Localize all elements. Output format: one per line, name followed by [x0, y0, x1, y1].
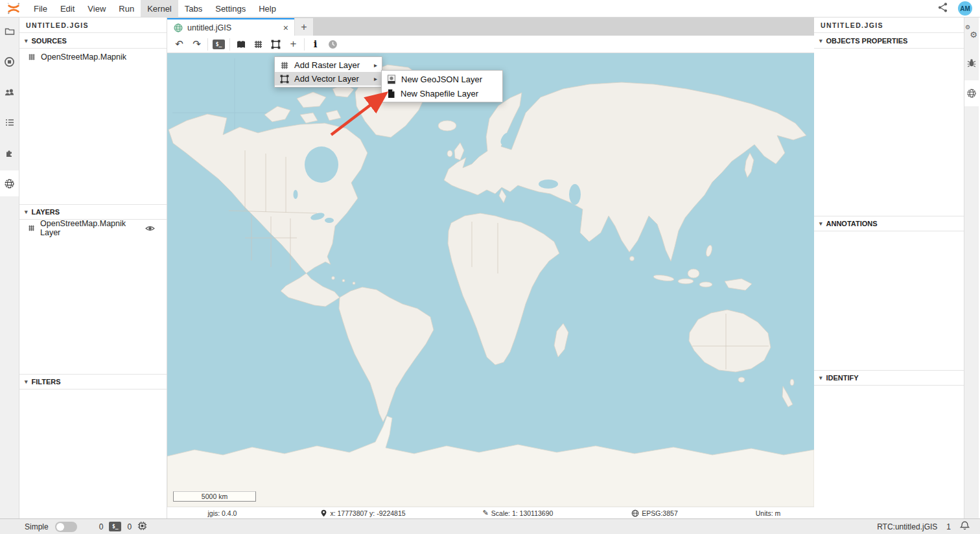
share-icon[interactable] [937, 2, 948, 15]
main-menu: File Edit View Run Kernel Tabs Settings … [27, 0, 283, 17]
add-layer-button[interactable]: + [285, 36, 302, 52]
extensions-puzzle-icon[interactable] [0, 140, 19, 166]
layer-visibility-eye-icon[interactable] [145, 224, 155, 233]
simple-mode-toggle[interactable] [55, 522, 77, 532]
map-units: Units: m [722, 507, 814, 518]
left-activity-bar [0, 17, 19, 518]
console-button[interactable]: $_ [210, 36, 228, 52]
source-item[interactable]: OpenStreetMap.Mapnik [19, 49, 167, 65]
redo-button[interactable]: ↷ [188, 36, 205, 52]
jgis-panel-icon[interactable] [964, 80, 979, 106]
menu-tabs[interactable]: Tabs [178, 0, 209, 17]
identify-section-header[interactable]: ▾ IDENTIFY [814, 370, 964, 386]
map-canvas[interactable]: 5000 km [167, 53, 814, 507]
layer-item[interactable]: OpenStreetMap.Mapnik Layer [19, 220, 167, 237]
map-projection[interactable]: EPSG:3857 [587, 507, 722, 518]
notification-count: 1 [946, 522, 951, 531]
menu-help[interactable]: Help [252, 0, 283, 17]
menu-run[interactable]: Run [112, 0, 141, 17]
location-pin-icon [320, 509, 327, 517]
terminal-icon[interactable]: $_ [109, 522, 121, 531]
sources-list: OpenStreetMap.Mapnik [19, 49, 167, 204]
layers-label: LAYERS [32, 208, 60, 216]
filters-body [19, 389, 167, 518]
book-icon [236, 40, 246, 49]
identify-info-button[interactable]: i [307, 36, 324, 52]
caret-down-icon: ▾ [819, 375, 822, 381]
menubar: File Edit View Run Kernel Tabs Settings … [0, 0, 980, 17]
temporal-controller-button[interactable] [324, 36, 342, 52]
menu-item-add-vector-layer[interactable]: Add Vector Layer ▸ [275, 72, 382, 86]
identify-body [814, 386, 964, 518]
undo-button[interactable]: ↶ [170, 36, 188, 52]
annotations-label: ANNOTATIONS [826, 220, 878, 227]
source-item-label: OpenStreetMap.Mapnik [41, 52, 126, 62]
new-tab-button[interactable]: + [294, 18, 313, 36]
new-raster-layer-button[interactable] [250, 36, 267, 52]
rtc-session-label[interactable]: RTC:untitled.jGIS [877, 522, 937, 531]
annotations-body [814, 231, 964, 370]
menu-file[interactable]: File [27, 0, 54, 17]
debugger-bug-icon[interactable] [964, 50, 979, 76]
shapefile-document-icon [387, 89, 395, 99]
right-activity-bar: ⚙⚙ [964, 17, 979, 518]
globe-icon [631, 509, 639, 517]
table-of-contents-icon[interactable] [0, 110, 19, 135]
identify-label: IDENTIFY [826, 374, 859, 382]
collaboration-users-icon[interactable] [0, 79, 19, 105]
submenu-arrow-icon: ▸ [374, 62, 377, 69]
kernel-chip-icon[interactable] [137, 521, 147, 533]
layers-list: OpenStreetMap.Mapnik Layer [19, 220, 167, 374]
menu-settings[interactable]: Settings [209, 0, 252, 17]
raster-grid-icon [27, 224, 36, 233]
objects-properties-body [814, 49, 964, 216]
raster-grid-icon [280, 61, 289, 70]
world-map [167, 53, 814, 507]
caret-down-icon: ▾ [819, 38, 822, 44]
running-kernels-icon[interactable] [0, 49, 19, 75]
left-panel-title: UNTITLED.JGIS [19, 17, 167, 33]
tab-untitled-jgis[interactable]: untitled.jGIS × [167, 18, 294, 36]
map-scale-bar: 5000 km [173, 491, 256, 502]
menu-view[interactable]: View [81, 0, 112, 17]
toolbar-separator [207, 38, 208, 51]
user-avatar[interactable]: AM [958, 1, 972, 16]
caret-down-icon: ▾ [819, 220, 822, 227]
caret-down-icon: ▾ [25, 38, 28, 44]
menu-item-new-geojson-layer[interactable]: New GeoJSON Layer [382, 72, 502, 86]
caret-down-icon: ▾ [25, 209, 28, 215]
menu-item-add-raster-layer[interactable]: Add Raster Layer ▸ [275, 58, 382, 72]
interface-mode-label: Simple [25, 522, 49, 531]
toolbar-separator [304, 38, 305, 51]
jgis-globe-icon [174, 23, 183, 32]
menu-item-new-shapefile-layer[interactable]: New Shapefile Layer [382, 86, 502, 100]
sources-section-header[interactable]: ▾ SOURCES [19, 33, 167, 49]
objects-properties-section-header[interactable]: ▾ OBJECTS PROPERTIES [814, 33, 964, 49]
new-vector-layer-button[interactable] [267, 36, 285, 52]
objects-properties-label: OBJECTS PROPERTIES [826, 37, 908, 45]
left-sidebar-panel: UNTITLED.JGIS ▾ SOURCES OpenStreetMap.Ma… [19, 17, 167, 518]
tab-bar: untitled.jGIS × + [167, 17, 814, 36]
basemap-gallery-button[interactable] [232, 36, 250, 52]
raster-grid-icon [27, 52, 36, 62]
file-browser-icon[interactable] [0, 18, 19, 44]
notification-bell-icon[interactable] [960, 520, 970, 533]
app-status-bar: Simple 0 $_ 0 RTC:untitled.jGIS 1 [0, 518, 980, 534]
console-icon: $_ [213, 40, 225, 49]
menu-kernel[interactable]: Kernel [141, 0, 178, 17]
layer-item-label: OpenStreetMap.Mapnik Layer [40, 219, 141, 237]
terminal-count: 0 [99, 522, 104, 531]
sources-label: SOURCES [32, 37, 67, 45]
layers-section-header[interactable]: ▾ LAYERS [19, 204, 167, 220]
filters-section-header[interactable]: ▾ FILTERS [19, 374, 167, 389]
pencil-icon: ✎ [483, 509, 489, 517]
menu-edit[interactable]: Edit [54, 0, 81, 17]
annotations-section-header[interactable]: ▾ ANNOTATIONS [814, 216, 964, 231]
pointer-coordinates: x: 17773807 y: -9224815 [277, 507, 449, 518]
raster-grid-icon [253, 40, 263, 49]
jgis-panel-icon[interactable] [0, 170, 19, 196]
tab-title: untitled.jGIS [187, 23, 231, 32]
tab-close-icon[interactable]: × [283, 23, 288, 32]
vector-polygon-icon [280, 75, 289, 84]
property-inspector-gears-icon[interactable]: ⚙⚙ [964, 19, 979, 45]
